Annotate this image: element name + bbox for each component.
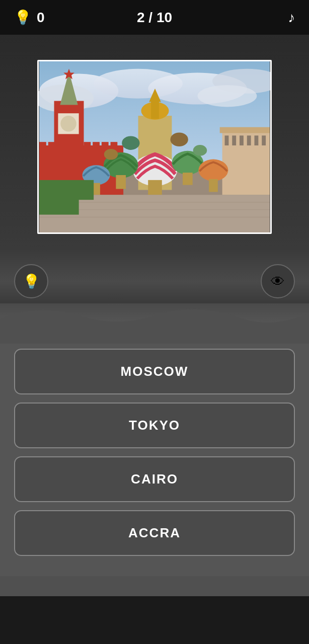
bulb-score-icon: 💡 <box>14 9 32 26</box>
top-bar: 💡 0 2 / 10 ♪ <box>0 0 309 35</box>
score-area: 💡 0 <box>14 9 45 26</box>
answers-section: MOSCOW TOKYO CAIRO ACCRA <box>0 344 309 596</box>
answer-tokyo[interactable]: TOKYO <box>14 403 295 448</box>
svg-rect-26 <box>240 135 244 145</box>
hint-eye-button[interactable]: 👁 <box>261 264 295 298</box>
svg-rect-9 <box>39 142 46 149</box>
answer-cairo[interactable]: CAIRO <box>14 456 295 502</box>
svg-rect-14 <box>84 142 91 149</box>
svg-rect-36 <box>148 180 162 195</box>
svg-point-47 <box>104 149 118 160</box>
hint-eye-icon: 👁 <box>271 273 285 290</box>
svg-rect-38 <box>116 175 126 189</box>
answer-accra[interactable]: ACCRA <box>14 510 295 556</box>
score-value: 0 <box>37 10 45 26</box>
svg-rect-24 <box>225 135 229 145</box>
wave-divider <box>0 303 309 344</box>
svg-rect-29 <box>262 135 266 145</box>
svg-rect-15 <box>93 142 100 149</box>
hint-bulb-icon: 💡 <box>23 273 40 290</box>
svg-rect-44 <box>209 179 218 192</box>
image-section <box>0 35 309 249</box>
svg-point-48 <box>193 145 207 156</box>
svg-rect-17 <box>111 142 118 149</box>
svg-point-46 <box>170 133 188 147</box>
music-icon[interactable]: ♪ <box>288 10 295 26</box>
svg-rect-30 <box>220 127 270 133</box>
svg-rect-25 <box>232 135 236 145</box>
svg-rect-10 <box>48 142 55 149</box>
svg-point-6 <box>197 85 257 107</box>
svg-rect-27 <box>247 135 251 145</box>
quiz-image <box>37 60 272 234</box>
answers-list: MOSCOW TOKYO CAIRO ACCRA <box>0 344 309 576</box>
svg-rect-16 <box>102 142 109 149</box>
answer-moscow[interactable]: MOSCOW <box>14 349 295 394</box>
svg-rect-40 <box>183 173 193 185</box>
hint-section: 💡 👁 <box>0 249 309 303</box>
hint-bulb-button[interactable]: 💡 <box>14 264 48 298</box>
svg-point-45 <box>122 136 139 150</box>
svg-rect-54 <box>39 185 79 215</box>
svg-rect-28 <box>254 135 258 145</box>
svg-point-20 <box>60 116 76 131</box>
progress-indicator: 2 / 10 <box>137 10 172 26</box>
svg-rect-33 <box>151 101 159 119</box>
